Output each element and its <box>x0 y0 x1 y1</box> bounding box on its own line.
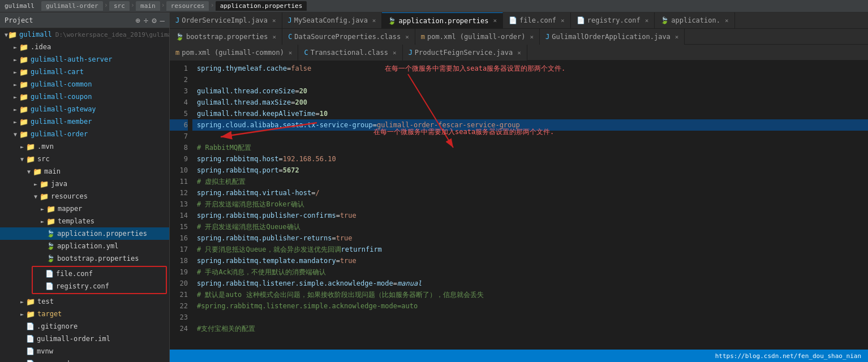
close-registry-conf[interactable]: × <box>645 17 649 24</box>
tab-icon-datasource: C <box>288 33 292 41</box>
sidebar: Project ⊕ ÷ ⚙ — ▼ 📁 gulimall D:\workersp… <box>0 12 170 362</box>
tree-item-common[interactable]: ► 📁 gulimall-common <box>0 78 169 90</box>
svg-line-1 <box>408 74 453 148</box>
close-datasource[interactable]: × <box>405 33 409 41</box>
tree-item-gulimall[interactable]: ▼ 📁 gulimall D:\workerspace_idea_2019\gu… <box>0 28 169 41</box>
close-transactional[interactable]: × <box>393 49 397 57</box>
tab-pom-common[interactable]: m pom.xml (gulimall-common) × <box>170 45 298 61</box>
tree-item-file-conf[interactable]: 📄 file.conf <box>33 268 166 280</box>
tab-icon-bootstrap: 🍃 <box>175 33 184 41</box>
tree-item-gitignore[interactable]: 📄 .gitignore <box>0 320 169 333</box>
breadcrumb-resources[interactable]: resources <box>166 1 209 11</box>
code-line-12: spring.rabbitmq.virtual-host=/ <box>192 187 868 199</box>
code-line-6: spring.cloud.alibaba.seata.tx-service-gr… <box>192 119 868 131</box>
code-line-19: # 手动Ack消息，不使用默认的消费端确认 <box>192 266 868 278</box>
tab-order-service[interactable]: J OrderServiceImpl.java × <box>170 12 282 28</box>
tree-item-mvnw[interactable]: 📄 mvnw <box>0 345 169 357</box>
close-file-conf[interactable]: × <box>561 17 565 24</box>
tree-label-idea: .idea <box>31 43 51 51</box>
sidebar-icon-minimize[interactable]: — <box>160 16 165 25</box>
folder-icon-gateway: 📁 <box>19 105 28 114</box>
file-icon-iml: 📄 <box>26 335 35 343</box>
close-seata-config[interactable]: × <box>372 17 376 24</box>
tree-item-target[interactable]: ► 📁 target <box>0 308 169 320</box>
line-num-12: 12 <box>170 187 188 199</box>
tab-file-conf[interactable]: 📄 file.conf × <box>503 12 571 28</box>
tree-item-bootstrap-props[interactable]: 🍃 bootstrap.properties <box>0 252 169 265</box>
close-gulimall-order-app[interactable]: × <box>675 33 679 41</box>
tree-item-order[interactable]: ▼ 📁 gulimall-order <box>0 128 169 140</box>
sidebar-icon-scope[interactable]: ⊕ <box>135 16 140 25</box>
tree-item-idea[interactable]: ► 📁 .idea <box>0 41 169 53</box>
tree-item-auth-server[interactable]: ► 📁 gulimall-auth-server <box>0 53 169 66</box>
tree-item-app-properties[interactable]: 🍃 application.properties <box>0 227 169 240</box>
sidebar-icon-split[interactable]: ÷ <box>144 16 148 25</box>
code-line-2 <box>192 74 868 85</box>
tree-item-java[interactable]: ► 📁 java <box>0 178 169 190</box>
tree-item-registry-conf[interactable]: 📄 registry.conf <box>33 280 166 292</box>
tab-gulimall-order-app[interactable]: J GulimallOrderApplication.java × <box>540 29 685 45</box>
tree-item-main[interactable]: ▼ 📁 main <box>0 165 169 178</box>
file-icon-app-props: 🍃 <box>46 230 55 238</box>
folder-icon-common: 📁 <box>19 80 28 89</box>
tree-item-src[interactable]: ▼ 📁 src <box>0 153 169 165</box>
arrow-member: ► <box>11 119 19 125</box>
tab-datasource-props[interactable]: C DataSourceProperties.class × <box>282 29 415 45</box>
tree-item-resources[interactable]: ▼ 📁 resources <box>0 190 169 202</box>
tree-label-cart: gulimall-cart <box>31 68 84 76</box>
tab-application-dot[interactable]: 🍃 application. × <box>655 12 734 28</box>
tree-item-mvnwcmd[interactable]: 📄 mvnw.cmd <box>0 357 169 362</box>
folder-icon-idea: 📁 <box>19 43 28 51</box>
sep1: › <box>104 1 108 11</box>
arrow-test: ► <box>18 299 26 305</box>
tab-icon-gulimall-order-app: J <box>545 33 549 41</box>
app-logo: gulimall <box>5 2 35 10</box>
breadcrumb-app-properties[interactable]: application.properties <box>216 1 307 11</box>
folder-icon-auth: 📁 <box>19 55 28 64</box>
tab-seata-config[interactable]: J MySeataConfig.java × <box>282 12 383 28</box>
code-line-8: # RabbitMQ配置 在每一个微服务中需 <box>192 142 868 153</box>
tab-app-properties[interactable]: 🍃 application.properties × <box>382 12 503 28</box>
breadcrumb-src[interactable]: src <box>109 1 130 11</box>
close-order-service[interactable]: × <box>272 17 276 24</box>
line-num-17: 17 <box>170 244 188 255</box>
code-line-3: gulimall.thread.coreSize=20 <box>192 85 868 97</box>
arrow-order: ▼ <box>11 131 19 137</box>
line-num-22: 22 <box>170 300 188 312</box>
arrow-main: ▼ <box>25 169 33 175</box>
tab-transactional[interactable]: C Transactional.class × <box>298 45 402 61</box>
tree-item-cart[interactable]: ► 📁 gulimall-cart <box>0 66 169 78</box>
line-num-10: 10 <box>170 165 188 176</box>
close-app-properties[interactable]: × <box>493 17 497 24</box>
sidebar-icon-settings[interactable]: ⚙ <box>152 16 156 25</box>
tree-item-templates[interactable]: ► 📁 templates <box>0 215 169 227</box>
breadcrumb-main[interactable]: main <box>136 1 160 11</box>
tree-item-iml[interactable]: 📄 gulimall-order.iml <box>0 333 169 345</box>
tab-icon-app-dot: 🍃 <box>660 16 669 24</box>
tab-product-feign[interactable]: J ProductFeignService.java × <box>403 45 527 61</box>
tree-label-member: gulimall-member <box>31 118 92 126</box>
status-bar: https://blog.csdn.net/fen_dou_shao_nian <box>170 350 868 362</box>
tree-item-member[interactable]: ► 📁 gulimall-member <box>0 115 169 128</box>
close-app-dot[interactable]: × <box>725 17 729 24</box>
tab-label-bootstrap: bootstrap.properties <box>186 33 268 41</box>
tree-item-test[interactable]: ► 📁 test <box>0 295 169 308</box>
tab-registry-conf[interactable]: 📄 registry.conf × <box>571 12 655 28</box>
tree-item-mvn[interactable]: ► 📁 .mvn <box>0 140 169 153</box>
close-pom-common[interactable]: × <box>289 49 293 57</box>
code-area[interactable]: spring.thymeleaf.cache=false gulimall.th… <box>192 61 868 350</box>
tree-item-coupon[interactable]: ► 📁 gulimall-coupon <box>0 90 169 103</box>
breadcrumb-gulimall-order[interactable]: gulimall-order <box>41 1 103 11</box>
close-product-feign[interactable]: × <box>517 49 521 57</box>
sidebar-title: Project <box>5 16 135 24</box>
folder-icon-cart: 📁 <box>19 68 28 76</box>
tab-bootstrap[interactable]: 🍃 bootstrap.properties × <box>170 29 282 45</box>
tree-item-gateway[interactable]: ► 📁 gulimall-gateway <box>0 103 169 115</box>
tab-pom-order[interactable]: m pom.xml (gulimall-order) × <box>415 29 540 45</box>
tree-item-mapper[interactable]: ► 📁 mapper <box>0 202 169 215</box>
close-pom-order[interactable]: × <box>530 33 534 41</box>
code-line-22: #spring.rabbitmq.listener.simple.acknowl… <box>192 300 868 312</box>
tree-item-app-yml[interactable]: 🍃 application.yml <box>0 240 169 252</box>
tree-label-resources: resources <box>51 192 88 200</box>
close-bootstrap[interactable]: × <box>273 33 277 41</box>
